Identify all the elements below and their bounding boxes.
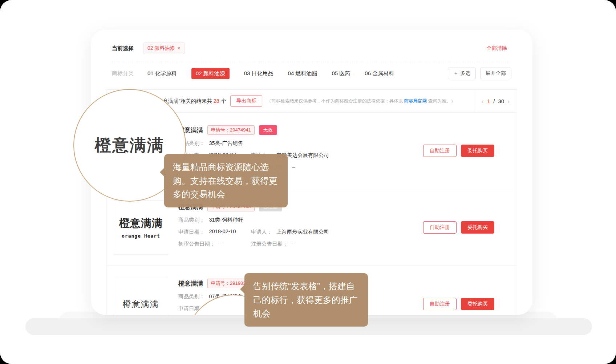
entrust-buy-button[interactable]: 委托购买 [461, 298, 494, 310]
self-register-button[interactable]: 自助注册 [423, 298, 457, 310]
multi-select-label: 多选 [460, 70, 470, 77]
trademark-office-link[interactable]: 商标局官网 [404, 98, 427, 104]
self-register-button[interactable]: 自助注册 [423, 221, 457, 234]
filter-bar: 当前选择 02 颜料油漆 × 全部清除 [112, 43, 507, 54]
self-register-button[interactable]: 自助注册 [423, 145, 457, 157]
pagination-current: 1 [487, 98, 490, 104]
applicant-label: 申请人： [251, 228, 272, 235]
disclaimer-text: （商标检索结果仅供参考，不作为商标能否注册的法律依据；具体以 商标局官网 查询为… [267, 98, 455, 104]
pagination: ‹ 1 / 30 › [474, 90, 517, 112]
row-actions: 自助注册 委托购买 [423, 298, 494, 310]
export-trademarks-button[interactable]: 导出商标 [230, 95, 262, 107]
pagination-separator: / [493, 98, 495, 104]
row-actions: 自助注册 委托购买 [423, 145, 494, 157]
registration-publication-value: – [292, 240, 295, 247]
status-badge: 无效 [259, 125, 277, 135]
disclaimer-post: 查询为准。） [428, 98, 455, 104]
category-item-01[interactable]: 01 化学原料 [147, 70, 177, 77]
apply-date-label: 申请日期： [178, 228, 205, 235]
clear-all-button[interactable]: 全部清除 [487, 45, 507, 52]
category-bar: 商标分类 01 化学原料 02 颜料油漆 03 日化用品 04 燃料油脂 05 … [91, 68, 532, 79]
row-actions: 自助注册 委托购买 [423, 221, 494, 234]
chevron-left-icon[interactable]: ‹ [482, 98, 484, 105]
category-field-value: 35类-广告销售 [209, 140, 243, 147]
trademark-details: 橙意满满 申请号：29482153 已注册 商品类别：31类-饲料种籽 申请日期… [168, 200, 423, 255]
trademark-image-text: 橙意满满 [119, 216, 163, 231]
category-field-value: 31类-饲料种籽 [209, 217, 243, 223]
tooltip-marketplace-text: 海量精品商标资源随心选购。支持在线交易，获得更多的交易机会 [173, 162, 277, 199]
trademark-image: 橙意满满 [114, 277, 168, 315]
application-number-tag: 申请号：29474941 [207, 125, 255, 135]
trademark-image-text: 橙意满满 [123, 299, 159, 310]
trademark-name: 橙意满满 [178, 279, 203, 288]
tooltip-promotion: 告别传统“发表格”，搭建自己的标行，获得更多的推广机会 [244, 273, 368, 327]
category-item-04[interactable]: 04 燃料油脂 [288, 70, 317, 77]
device-screen: 当前选择 02 颜料油漆 × 全部清除 商标分类 01 化学原料 02 颜料油漆… [0, 0, 616, 364]
expand-all-button[interactable]: 展开全部 [480, 68, 511, 79]
magnified-trademark-text: 橙意满满 [95, 134, 165, 156]
multi-select-button[interactable]: ＋ 多选 [448, 68, 476, 79]
category-actions: ＋ 多选 展开全部 [448, 68, 511, 79]
selected-filter-tag-label: 02 颜料油漆 [147, 45, 175, 52]
dashed-divider [112, 62, 511, 62]
category-field-label: 商品类别： [178, 293, 205, 300]
category-field-label: 商品类别： [178, 217, 205, 223]
results-count: 28 [214, 98, 219, 104]
close-icon[interactable]: × [177, 45, 180, 51]
trademark-image: 橙意满满 orange Heart [114, 200, 168, 255]
entrust-buy-button[interactable]: 委托购买 [461, 221, 494, 234]
category-item-06[interactable]: 06 金属材料 [365, 70, 394, 77]
registration-publication-label: 注册公告日期： [251, 240, 288, 247]
chevron-right-icon[interactable]: › [507, 98, 510, 105]
selected-filter-tag[interactable]: 02 颜料油漆 × [143, 43, 185, 54]
plus-icon: ＋ [453, 70, 458, 77]
category-item-03[interactable]: 03 日化用品 [244, 70, 273, 77]
category-item-02-active[interactable]: 02 颜料油漆 [191, 68, 230, 79]
registration-publication-value: – [292, 164, 295, 171]
apply-date-value: 2018-02-10 [209, 228, 236, 235]
pagination-total: 30 [498, 98, 504, 104]
entrust-buy-button[interactable]: 委托购买 [461, 145, 494, 157]
results-summary-suffix: 个 [221, 98, 226, 104]
category-item-05[interactable]: 05 医药 [332, 70, 350, 77]
tooltip-promotion-text: 告别传统“发表格”，搭建自己的标行，获得更多的推广机会 [253, 281, 358, 318]
applicant-value: 上海雨步实业有限公司 [276, 228, 329, 235]
trademark-image-subtext: orange Heart [122, 233, 160, 239]
first-publication-value: – [220, 240, 223, 247]
disclaimer-pre: （商标检索结果仅供参考，不作为商标能否注册的法律依据；具体以 [267, 98, 403, 104]
filter-bar-label: 当前选择 [112, 45, 134, 52]
tooltip-marketplace: 海量精品商标资源随心选购。支持在线交易，获得更多的交易机会 [164, 154, 288, 207]
category-bar-label: 商标分类 [112, 70, 134, 77]
first-publication-label: 初审公告日期： [178, 240, 215, 247]
